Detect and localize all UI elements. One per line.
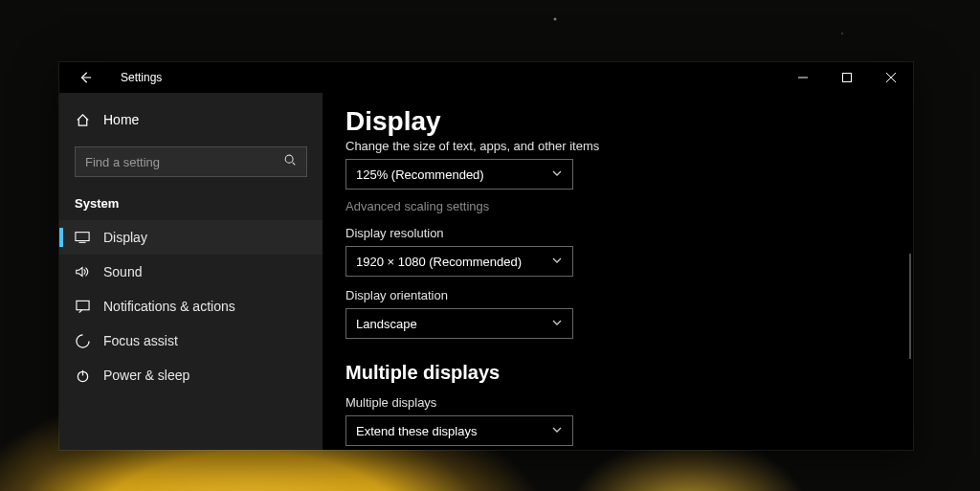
chevron-down-icon: [551, 424, 563, 438]
chevron-down-icon: [551, 167, 563, 182]
svg-rect-3: [76, 301, 88, 309]
svg-rect-2: [76, 233, 89, 241]
page-title: Display: [345, 106, 890, 137]
home-nav[interactable]: Home: [59, 102, 323, 137]
multi-label: Multiple displays: [345, 395, 890, 410]
sidebar-item-display[interactable]: Display: [59, 220, 323, 255]
scrollbar[interactable]: [909, 254, 911, 359]
multi-value: Extend these displays: [356, 424, 477, 438]
scale-label: Change the size of text, apps, and other…: [345, 139, 890, 153]
sidebar-item-label: Notifications & actions: [103, 299, 235, 314]
notifications-icon: [75, 300, 90, 313]
svg-rect-0: [843, 74, 852, 82]
sidebar-item-focus-assist[interactable]: Focus assist: [59, 324, 323, 358]
sidebar: Home System Display: [59, 93, 323, 450]
home-icon: [75, 113, 90, 127]
search-input[interactable]: [85, 155, 283, 169]
display-icon: [75, 231, 90, 244]
settings-window: Settings Home: [59, 62, 913, 450]
home-label: Home: [103, 112, 139, 127]
sidebar-item-label: Focus assist: [103, 333, 178, 348]
sidebar-item-label: Display: [103, 230, 147, 245]
multi-select[interactable]: Extend these displays: [345, 415, 573, 446]
svg-point-1: [285, 155, 293, 163]
search-icon: [283, 153, 297, 170]
power-icon: [75, 368, 90, 383]
sound-icon: [75, 265, 90, 279]
orientation-select[interactable]: Landscape: [345, 308, 573, 339]
close-button[interactable]: [869, 62, 913, 93]
chevron-down-icon: [551, 317, 563, 331]
app-title: Settings: [121, 71, 162, 84]
content-area: Display Change the size of text, apps, a…: [323, 93, 913, 450]
sidebar-item-power-sleep[interactable]: Power & sleep: [59, 358, 323, 392]
chevron-down-icon: [551, 255, 563, 269]
sidebar-item-notifications[interactable]: Notifications & actions: [59, 289, 323, 324]
sidebar-item-label: Sound: [103, 264, 142, 279]
scale-select[interactable]: 125% (Recommended): [345, 159, 573, 190]
multiple-displays-heading: Multiple displays: [345, 362, 890, 384]
resolution-value: 1920 × 1080 (Recommended): [356, 255, 522, 269]
focus-assist-icon: [75, 334, 90, 348]
minimize-button[interactable]: [781, 62, 825, 93]
titlebar: Settings: [59, 62, 913, 93]
resolution-label: Display resolution: [345, 226, 890, 240]
resolution-select[interactable]: 1920 × 1080 (Recommended): [345, 246, 573, 277]
advanced-scaling-link[interactable]: Advanced scaling settings: [345, 199, 489, 213]
maximize-button[interactable]: [825, 62, 869, 93]
scale-value: 125% (Recommended): [356, 167, 484, 182]
search-box[interactable]: [75, 146, 307, 177]
orientation-label: Display orientation: [345, 288, 890, 302]
orientation-value: Landscape: [356, 317, 417, 331]
sidebar-section-label: System: [59, 190, 323, 220]
sidebar-item-sound[interactable]: Sound: [59, 255, 323, 289]
sidebar-item-label: Power & sleep: [103, 368, 189, 383]
back-button[interactable]: [77, 69, 94, 86]
